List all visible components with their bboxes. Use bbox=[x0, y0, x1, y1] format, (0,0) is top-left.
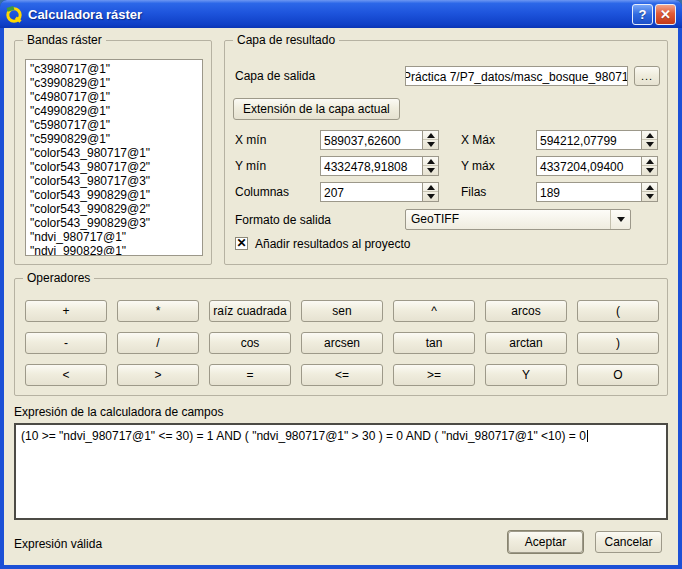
columns-spin-buttons[interactable] bbox=[422, 183, 438, 201]
operator-button-cos[interactable]: cos bbox=[209, 332, 291, 354]
operator-button-minus[interactable]: - bbox=[25, 332, 107, 354]
result-layer-group-title: Capa de resultado bbox=[233, 33, 339, 47]
operator-button-or[interactable]: O bbox=[577, 364, 659, 386]
band-item[interactable]: "color543_990829@2" bbox=[30, 202, 202, 216]
spin-up-icon[interactable] bbox=[423, 131, 438, 140]
ymax-label: Y máx bbox=[461, 159, 495, 173]
rows-label: Filas bbox=[461, 185, 486, 199]
help-button[interactable]: ? bbox=[632, 4, 653, 25]
output-layer-value: Práctica 7/P7_datos/masc_bosque_980717.t… bbox=[405, 68, 628, 86]
spin-up-icon[interactable] bbox=[642, 131, 657, 140]
dialog-body: Bandas ráster "c3980717@1""c3990829@1""c… bbox=[4, 28, 678, 565]
operator-button-divide[interactable]: / bbox=[117, 332, 199, 354]
window-title: Calculadora ráster bbox=[28, 7, 630, 22]
band-item[interactable]: "ndvi_980717@1" bbox=[30, 230, 202, 244]
operator-button-multiply[interactable]: * bbox=[117, 300, 199, 322]
text-caret bbox=[587, 430, 588, 442]
operator-button-equals[interactable]: = bbox=[209, 364, 291, 386]
add-to-project-checkbox[interactable] bbox=[235, 237, 248, 250]
spin-up-icon[interactable] bbox=[642, 183, 657, 192]
xmax-spin-buttons[interactable] bbox=[641, 131, 657, 149]
operator-button-arcsen[interactable]: arcsen bbox=[301, 332, 383, 354]
spin-up-icon[interactable] bbox=[642, 157, 657, 166]
qgis-logo-icon bbox=[6, 6, 23, 23]
cancel-button[interactable]: Cancelar bbox=[595, 531, 662, 553]
ymin-spin-buttons[interactable] bbox=[422, 157, 438, 175]
current-layer-extent-button[interactable]: Extensión de la capa actual bbox=[233, 98, 400, 120]
band-item[interactable]: "color543_980717@1" bbox=[30, 146, 202, 160]
band-item[interactable]: "c3990829@1" bbox=[30, 76, 202, 90]
operator-button-less-equal[interactable]: <= bbox=[301, 364, 383, 386]
output-format-select[interactable]: GeoTIFF bbox=[405, 209, 631, 230]
chevron-down-icon[interactable] bbox=[610, 210, 630, 229]
add-to-project-label: Añadir resultados al proyecto bbox=[255, 237, 410, 251]
operator-button-arcos[interactable]: arcos bbox=[485, 300, 567, 322]
band-item[interactable]: "color543_990829@3" bbox=[30, 216, 202, 230]
spin-down-icon[interactable] bbox=[423, 192, 438, 201]
operator-button-raíz-cuadrada[interactable]: raíz cuadrada bbox=[209, 300, 291, 322]
output-format-label: Formato de salida bbox=[235, 213, 331, 227]
raster-bands-group-title: Bandas ráster bbox=[23, 33, 106, 47]
ymin-spinbox[interactable]: 4332478,91808 bbox=[320, 156, 439, 176]
status-text: Expresión válida bbox=[14, 537, 102, 551]
columns-label: Columnas bbox=[235, 185, 289, 199]
rows-spinbox[interactable]: 189 bbox=[536, 182, 658, 202]
operator-button-power[interactable]: ^ bbox=[393, 300, 475, 322]
expression-input[interactable]: (10 >= "ndvi_980717@1" <= 30) = 1 AND ( … bbox=[14, 423, 668, 520]
output-layer-input[interactable]: Práctica 7/P7_datos/masc_bosque_980717.t… bbox=[405, 66, 628, 86]
spin-up-icon[interactable] bbox=[423, 183, 438, 192]
band-item[interactable]: "c4980717@1" bbox=[30, 90, 202, 104]
operator-button-tan[interactable]: tan bbox=[393, 332, 475, 354]
raster-bands-group: Bandas ráster "c3980717@1""c3990829@1""c… bbox=[14, 40, 212, 265]
band-item[interactable]: "c4990829@1" bbox=[30, 104, 202, 118]
xmax-label: X Máx bbox=[461, 133, 495, 147]
operator-button-plus[interactable]: + bbox=[25, 300, 107, 322]
spin-down-icon[interactable] bbox=[642, 166, 657, 175]
operator-button-less-than[interactable]: < bbox=[25, 364, 107, 386]
band-item[interactable]: "ndvi_990829@1" bbox=[30, 244, 202, 256]
expression-value: (10 >= "ndvi_980717@1" <= 30) = 1 AND ( … bbox=[21, 429, 586, 443]
operator-grid: +*raíz cuadradasen^arcos(-/cosarcsentana… bbox=[25, 300, 667, 386]
operator-button-arctan[interactable]: arctan bbox=[485, 332, 567, 354]
expression-label: Expresión de la calculadora de campos bbox=[14, 405, 223, 419]
operator-button-sen[interactable]: sen bbox=[301, 300, 383, 322]
browse-button[interactable]: ... bbox=[634, 66, 660, 86]
band-item[interactable]: "c5980717@1" bbox=[30, 118, 202, 132]
band-item[interactable]: "c3980717@1" bbox=[30, 62, 202, 76]
band-item[interactable]: "color543_980717@2" bbox=[30, 160, 202, 174]
spin-down-icon[interactable] bbox=[423, 166, 438, 175]
xmin-spin-buttons[interactable] bbox=[422, 131, 438, 149]
columns-value: 207 bbox=[321, 183, 422, 201]
spin-down-icon[interactable] bbox=[642, 192, 657, 201]
rows-spin-buttons[interactable] bbox=[641, 183, 657, 201]
operator-button-and[interactable]: Y bbox=[485, 364, 567, 386]
band-list[interactable]: "c3980717@1""c3990829@1""c4980717@1""c49… bbox=[25, 59, 203, 256]
result-layer-group: Capa de resultado Capa de salida Práctic… bbox=[224, 40, 668, 265]
band-item[interactable]: "color543_980717@3" bbox=[30, 174, 202, 188]
xmax-spinbox[interactable]: 594212,07799 bbox=[536, 130, 658, 150]
band-item[interactable]: "color543_990829@1" bbox=[30, 188, 202, 202]
rows-value: 189 bbox=[537, 183, 641, 201]
band-item[interactable]: "c5990829@1" bbox=[30, 132, 202, 146]
xmax-value: 594212,07799 bbox=[537, 131, 641, 149]
operator-button-greater-than[interactable]: > bbox=[117, 364, 199, 386]
columns-spinbox[interactable]: 207 bbox=[320, 182, 439, 202]
xmin-label: X mín bbox=[235, 133, 266, 147]
xmin-spinbox[interactable]: 589037,62600 bbox=[320, 130, 439, 150]
output-format-value: GeoTIFF bbox=[406, 210, 610, 229]
ymax-spin-buttons[interactable] bbox=[641, 157, 657, 175]
title-bar[interactable]: Calculadora ráster ? ✕ bbox=[0, 0, 682, 28]
ymax-spinbox[interactable]: 4337204,09400 bbox=[536, 156, 658, 176]
operator-button-open-paren[interactable]: ( bbox=[577, 300, 659, 322]
operator-button-close-paren[interactable]: ) bbox=[577, 332, 659, 354]
close-button[interactable]: ✕ bbox=[655, 4, 676, 25]
raster-calculator-dialog: Calculadora ráster ? ✕ Bandas ráster "c3… bbox=[0, 0, 682, 569]
ymax-value: 4337204,09400 bbox=[537, 157, 641, 175]
ymin-label: Y mín bbox=[235, 159, 266, 173]
xmin-value: 589037,62600 bbox=[321, 131, 422, 149]
spin-down-icon[interactable] bbox=[423, 140, 438, 149]
operator-button-greater-equal[interactable]: >= bbox=[393, 364, 475, 386]
spin-down-icon[interactable] bbox=[642, 140, 657, 149]
accept-button[interactable]: Aceptar bbox=[508, 531, 583, 553]
spin-up-icon[interactable] bbox=[423, 157, 438, 166]
